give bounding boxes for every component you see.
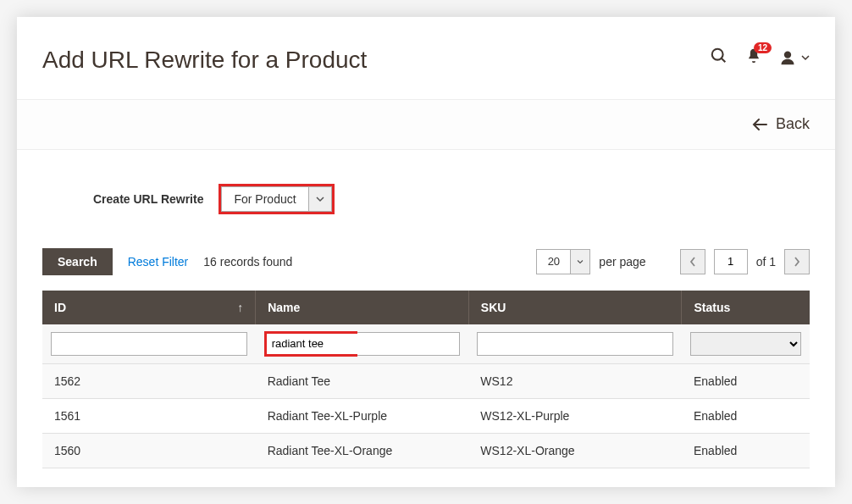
notifications-icon[interactable]: 12 — [745, 47, 762, 68]
notification-badge: 12 — [754, 42, 772, 53]
per-page-label: per page — [599, 255, 645, 269]
filter-row — [42, 324, 810, 364]
select-value: For Product — [221, 186, 307, 212]
chevron-left-icon — [689, 257, 696, 267]
cell-name: Radiant Tee-XL-Purple — [256, 398, 469, 433]
column-id[interactable]: ID ↑ — [42, 291, 256, 324]
of-pages-label: of 1 — [756, 255, 776, 269]
cell-id: 1562 — [42, 363, 256, 398]
search-button[interactable]: Search — [42, 248, 113, 275]
products-grid: ID ↑ Name SKU Status — [42, 291, 810, 468]
page-title: Add URL Rewrite for a Product — [42, 47, 367, 74]
chevron-down-icon — [308, 186, 332, 212]
user-menu[interactable] — [779, 49, 810, 66]
filter-status-select[interactable] — [690, 332, 801, 356]
cell-status: Enabled — [682, 433, 810, 468]
arrow-left-icon — [752, 119, 767, 130]
page-size-value: 20 — [536, 249, 570, 274]
cell-id: 1561 — [42, 398, 256, 433]
sort-arrow-icon: ↑ — [237, 301, 243, 314]
column-name[interactable]: Name — [256, 291, 469, 324]
chevron-right-icon — [794, 257, 800, 267]
table-header-row: ID ↑ Name SKU Status — [42, 291, 810, 324]
column-sku[interactable]: SKU — [468, 291, 682, 324]
create-rewrite-label: Create URL Rewrite — [93, 192, 203, 206]
filter-name-input[interactable] — [264, 331, 357, 357]
grid-controls: Search Reset Filter 16 records found 20 … — [42, 248, 810, 275]
chevron-down-icon — [801, 53, 810, 62]
cell-sku: WS12 — [468, 363, 682, 398]
svg-point-0 — [712, 49, 723, 60]
grid-controls-right: 20 per page of 1 — [536, 249, 810, 274]
cell-name: Radiant Tee-XL-Orange — [256, 433, 469, 468]
cell-sku: WS12-XL-Orange — [468, 433, 682, 468]
back-button[interactable]: Back — [752, 115, 810, 133]
action-bar: Back — [17, 99, 835, 150]
prev-page-button[interactable] — [680, 249, 705, 274]
header-actions: 12 — [710, 47, 810, 69]
current-page-input[interactable] — [714, 249, 748, 274]
filter-id-input[interactable] — [51, 332, 247, 356]
svg-point-2 — [784, 52, 791, 58]
chevron-down-icon — [570, 249, 590, 274]
page-container: Add URL Rewrite for a Product 12 Back Cr… — [17, 17, 835, 487]
cell-id: 1560 — [42, 433, 256, 468]
create-rewrite-row: Create URL Rewrite For Product — [42, 184, 810, 214]
cell-name: Radiant Tee — [256, 363, 469, 398]
back-label: Back — [776, 115, 810, 133]
reset-filter-link[interactable]: Reset Filter — [128, 255, 189, 269]
user-icon — [779, 49, 796, 66]
cell-sku: WS12-XL-Purple — [468, 398, 682, 433]
cell-status: Enabled — [682, 398, 810, 433]
table-row[interactable]: 1561 Radiant Tee-XL-Purple WS12-XL-Purpl… — [42, 398, 810, 433]
grid-controls-left: Search Reset Filter 16 records found — [42, 248, 292, 275]
records-found-label: 16 records found — [203, 255, 292, 269]
filter-sku-input[interactable] — [477, 332, 673, 356]
table-row[interactable]: 1562 Radiant Tee WS12 Enabled — [42, 363, 810, 398]
cell-status: Enabled — [682, 363, 810, 398]
table-row[interactable]: 1560 Radiant Tee-XL-Orange WS12-XL-Orang… — [42, 433, 810, 468]
search-icon[interactable] — [710, 47, 728, 69]
create-rewrite-select[interactable]: For Product — [219, 184, 334, 214]
svg-line-1 — [722, 58, 726, 63]
header-row: Add URL Rewrite for a Product 12 — [42, 47, 810, 74]
next-page-button[interactable] — [784, 249, 810, 274]
column-status[interactable]: Status — [682, 291, 810, 324]
page-size-select[interactable]: 20 — [536, 249, 590, 274]
